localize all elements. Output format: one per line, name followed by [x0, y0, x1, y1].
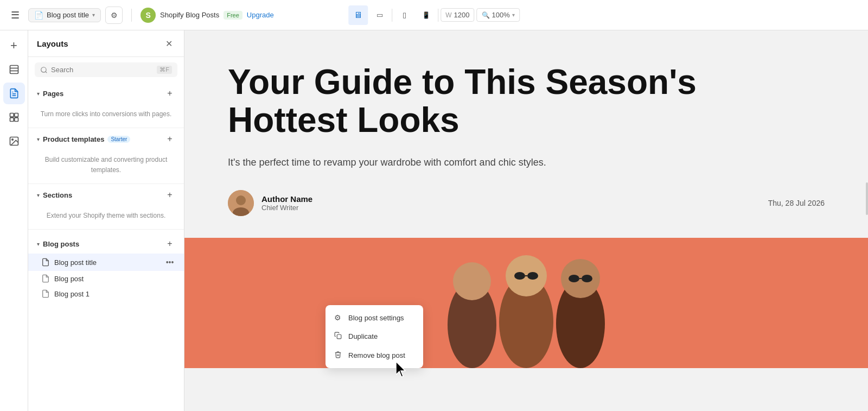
topbar: ☰ 📄 Blog post title ▾ ⚙ S Shopify Blog P…: [0, 0, 868, 30]
gear-icon: ⚙: [334, 313, 343, 322]
sidebar-blog-button[interactable]: [3, 83, 25, 104]
sections-label: Sections: [43, 191, 72, 199]
settings-button[interactable]: ⚙: [105, 7, 123, 24]
pages-section: ▾ Pages + Turn more clicks into conversi…: [28, 83, 184, 128]
pages-label: Pages: [43, 90, 63, 98]
sidebar-add-button[interactable]: +: [3, 35, 25, 56]
context-menu-duplicate[interactable]: Duplicate: [326, 327, 423, 346]
svg-rect-9: [14, 118, 18, 122]
svg-point-19: [453, 262, 491, 300]
blog-post-title-menu-button[interactable]: •••: [164, 257, 175, 268]
blog-subtitle: It's the perfect time to revamp your war…: [228, 155, 825, 170]
device-controls: 🖥 ▭ ▯ 📱 W 1200 🔍 100% ▾: [348, 5, 520, 25]
scrollbar[interactable]: [866, 182, 868, 215]
svg-point-24: [514, 272, 525, 280]
desktop-view-button[interactable]: 🖥: [348, 5, 368, 25]
panel-title: Layouts: [37, 39, 68, 48]
blog-post-icon: [41, 289, 50, 298]
author-role: Chief Writer: [261, 204, 761, 212]
blog-posts-header[interactable]: ▾ Blog posts +: [28, 234, 184, 254]
blog-posts-label: Blog posts: [43, 240, 79, 248]
blog-posts-add-button[interactable]: +: [164, 238, 175, 249]
left-panel: Layouts ✕ ⌘F ▾ Pages + Turn more clicks …: [28, 30, 184, 411]
svg-point-28: [582, 275, 592, 282]
context-menu: ⚙ Blog post settings Duplicate Remove bl…: [326, 305, 423, 368]
search-icon: [40, 66, 48, 74]
sections-toggle-icon: ▾: [37, 192, 40, 198]
blog-posts-header-left: ▾ Blog posts: [37, 240, 79, 248]
preview-frame: Your Guide to This Season's Hottest Look…: [184, 30, 868, 411]
svg-rect-6: [10, 113, 14, 117]
mobile-view-button[interactable]: 📱: [416, 5, 436, 25]
blog-post-title-name: Blog post title: [54, 258, 160, 267]
sidebar-components-button[interactable]: [3, 106, 25, 128]
context-menu-settings[interactable]: ⚙ Blog post settings: [326, 308, 423, 327]
svg-point-15: [236, 195, 246, 205]
main-area: + Layouts ✕ ⌘F ▾ Pages: [0, 30, 868, 411]
upgrade-link[interactable]: Upgrade: [247, 11, 274, 19]
divider: [131, 9, 132, 22]
sections-header[interactable]: ▾ Sections +: [28, 184, 184, 206]
divider: [438, 9, 438, 22]
author-row: Author Name Chief Writer Thu, 28 Jul 202…: [228, 190, 825, 216]
width-label: W: [445, 11, 451, 19]
context-menu-remove-label: Remove blog post: [348, 351, 405, 359]
page-tab-icon: 📄: [34, 11, 43, 20]
pages-add-button[interactable]: +: [164, 88, 175, 99]
blog-post-1-name: Blog post 1: [54, 290, 175, 298]
blog-posts-toggle-icon: ▾: [37, 241, 40, 247]
chevron-down-icon: ▾: [92, 12, 95, 18]
zoom-value: 100%: [492, 11, 510, 19]
pages-toggle-icon: ▾: [37, 91, 40, 97]
sections-add-button[interactable]: +: [164, 189, 175, 200]
svg-rect-0: [10, 66, 18, 74]
blog-post-title-item[interactable]: Blog post title •••: [28, 254, 184, 271]
width-display: W 1200: [441, 8, 474, 22]
menu-button[interactable]: ☰: [7, 7, 24, 24]
preview-area: Your Guide to This Season's Hottest Look…: [184, 30, 868, 411]
product-templates-header[interactable]: ▾ Product templates Starter +: [28, 128, 184, 150]
sidebar-media-button[interactable]: [3, 130, 25, 152]
panel-header: Layouts ✕: [28, 30, 184, 57]
zoom-select[interactable]: 🔍 100% ▾: [477, 8, 520, 22]
svg-point-27: [569, 275, 579, 282]
pages-empty: Turn more clicks into conversions with p…: [28, 104, 184, 128]
blog-post-icon: [41, 258, 50, 267]
context-menu-settings-label: Blog post settings: [348, 314, 404, 322]
product-templates-label: Product templates: [43, 135, 104, 143]
svg-point-12: [41, 67, 46, 72]
context-menu-remove[interactable]: Remove blog post: [326, 346, 423, 365]
svg-rect-30: [337, 334, 341, 339]
sidebar-layers-button[interactable]: [3, 59, 25, 80]
sections-empty-text: Extend your Shopify theme with sections.: [47, 212, 165, 219]
blog-post-icon: [41, 274, 50, 283]
product-templates-empty: Build customizable and converting produc…: [28, 150, 184, 184]
blog-title: Your Guide to This Season's Hottest Look…: [228, 63, 825, 140]
panel-close-button[interactable]: ✕: [162, 37, 175, 50]
svg-point-25: [527, 272, 538, 280]
blog-post-item[interactable]: Blog post: [28, 271, 184, 286]
svg-point-11: [11, 139, 12, 141]
blog-post-1-item[interactable]: Blog post 1: [28, 286, 184, 301]
product-templates-add-button[interactable]: +: [164, 134, 175, 144]
app-name: Shopify Blog Posts: [160, 11, 219, 19]
tablet-landscape-button[interactable]: ▭: [370, 5, 390, 25]
product-templates-toggle-icon: ▾: [37, 136, 40, 142]
trash-icon: [334, 351, 343, 360]
blog-content: Your Guide to This Season's Hottest Look…: [184, 30, 868, 238]
search-bar[interactable]: ⌘F: [35, 62, 177, 77]
search-input[interactable]: [51, 66, 154, 74]
blog-image-section: [184, 238, 868, 368]
pages-section-left: ▾ Pages: [37, 90, 63, 98]
sections-empty: Extend your Shopify theme with sections.: [28, 206, 184, 229]
tablet-view-button[interactable]: ▯: [394, 5, 414, 25]
icon-sidebar: +: [0, 30, 28, 411]
page-tab[interactable]: 📄 Blog post title ▾: [28, 8, 101, 22]
zoom-chevron: ▾: [512, 12, 515, 18]
product-templates-empty-text: Build customizable and converting produc…: [45, 156, 167, 174]
pages-section-header[interactable]: ▾ Pages +: [28, 83, 184, 104]
page-tab-label: Blog post title: [47, 11, 89, 19]
pages-empty-text: Turn more clicks into conversions with p…: [41, 110, 172, 118]
author-name: Author Name: [261, 194, 761, 204]
blog-post-name: Blog post: [54, 275, 175, 283]
